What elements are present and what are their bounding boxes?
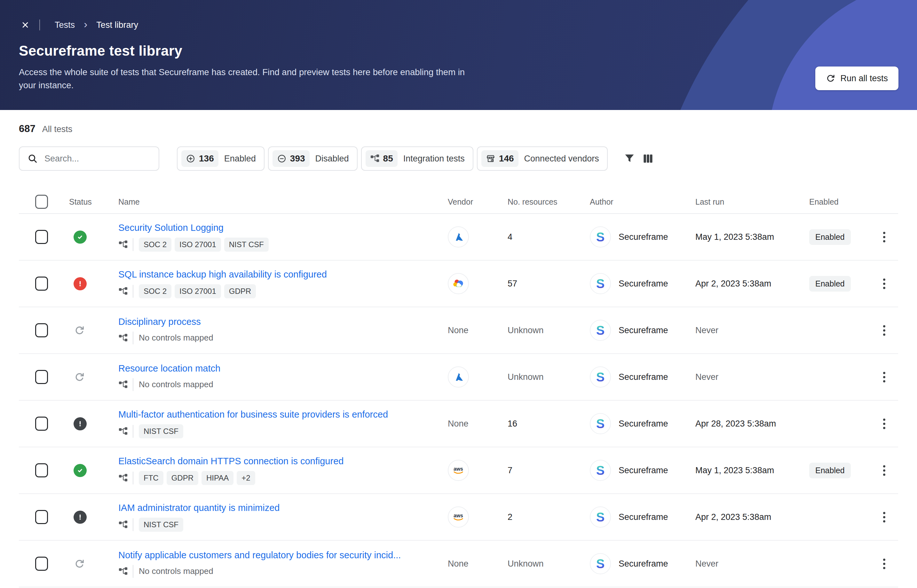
- secureframe-avatar: S: [590, 460, 611, 481]
- columns-button[interactable]: [639, 149, 657, 168]
- test-name-link[interactable]: SQL instance backup high availability is…: [118, 269, 327, 280]
- pass-status-icon: [74, 464, 87, 477]
- disabled-count: 393: [290, 153, 305, 164]
- row-checkbox[interactable]: [35, 557, 48, 571]
- total-count-label: All tests: [42, 124, 73, 134]
- no-controls-label: No controls mapped: [139, 333, 213, 343]
- no-controls-label: No controls mapped: [139, 380, 213, 389]
- meta-divider: [133, 238, 133, 251]
- framework-badges: No controls mapped: [139, 333, 213, 343]
- last-run: May 1, 2023 5:38am: [695, 465, 774, 475]
- test-name-link[interactable]: Multi-factor authentication for business…: [118, 409, 388, 420]
- row-checkbox[interactable]: [35, 370, 48, 384]
- page-title: Secureframe test library: [19, 43, 917, 59]
- filter-button[interactable]: [620, 149, 639, 168]
- row-menu-button[interactable]: [879, 368, 889, 386]
- last-run: May 1, 2023 5:38am: [695, 232, 774, 242]
- run-all-tests-button[interactable]: Run all tests: [815, 66, 898, 90]
- secureframe-logo-icon: S: [596, 417, 605, 430]
- vendors-count: 146: [499, 153, 514, 164]
- test-name-link[interactable]: Security Solution Logging: [118, 223, 223, 233]
- filter-chip-integration-tests[interactable]: 85 Integration tests: [361, 147, 473, 171]
- table-row: SQL instance backup high availability is…: [19, 260, 898, 307]
- framework-badge: FTC: [139, 471, 163, 485]
- framework-badge: SOC 2: [139, 237, 171, 252]
- row-menu-button[interactable]: [879, 508, 889, 526]
- resource-count: 16: [508, 419, 517, 429]
- integration-icon: [118, 286, 128, 296]
- author-name: Secureframe: [619, 559, 668, 569]
- row-menu-button[interactable]: [879, 275, 889, 293]
- row-checkbox[interactable]: [35, 323, 48, 337]
- integration-chip-label: Integration tests: [403, 154, 465, 164]
- filter-chip-enabled[interactable]: 136 Enabled: [177, 147, 265, 171]
- framework-badge: GDPR: [167, 471, 198, 485]
- total-count: 687: [19, 123, 36, 135]
- test-name-link[interactable]: IAM administrator quantity is minimized: [118, 502, 280, 513]
- resource-count: Unknown: [508, 559, 544, 569]
- table-row: Multi-factor authentication for business…: [19, 401, 898, 447]
- meta-divider: [133, 565, 133, 578]
- framework-badges: SOC 2ISO 27001GDPR: [139, 284, 259, 298]
- test-meta: No controls mapped: [118, 565, 213, 578]
- secureframe-logo-icon: S: [596, 557, 605, 570]
- row-menu-button[interactable]: [879, 415, 889, 433]
- run-all-tests-label: Run all tests: [840, 74, 888, 84]
- secureframe-avatar: S: [590, 273, 611, 294]
- select-all-checkbox[interactable]: [35, 195, 48, 209]
- meta-divider: [133, 472, 133, 485]
- breadcrumb-test-library[interactable]: Test library: [96, 20, 138, 30]
- secureframe-logo-icon: S: [596, 324, 605, 337]
- vendor-none-label: None: [448, 419, 469, 429]
- breadcrumb-tests[interactable]: Tests: [55, 20, 75, 30]
- table-row: Notify applicable customers and regulato…: [19, 541, 898, 587]
- row-checkbox[interactable]: [35, 417, 48, 431]
- row-checkbox[interactable]: [35, 276, 48, 291]
- meta-divider: [133, 331, 133, 344]
- azure-logo: [448, 226, 469, 247]
- search-input[interactable]: [44, 153, 141, 164]
- filter-chip-connected-vendors[interactable]: 146 Connected vendors: [477, 147, 608, 171]
- test-meta: No controls mapped: [118, 378, 213, 391]
- column-header-name: Name: [110, 197, 445, 207]
- integration-icon: [118, 473, 128, 483]
- row-menu-button[interactable]: [879, 321, 889, 339]
- framework-badge: GDPR: [224, 284, 256, 298]
- secureframe-avatar: S: [590, 413, 611, 434]
- table-row: IAM administrator quantity is minimized …: [19, 494, 898, 541]
- test-name-link[interactable]: Disciplinary process: [118, 317, 201, 327]
- last-run: Apr 2, 2023 5:38am: [695, 279, 771, 289]
- test-meta: No controls mapped: [118, 331, 213, 344]
- refresh-icon: [826, 74, 835, 83]
- row-menu-button[interactable]: [879, 461, 889, 480]
- row-menu-button[interactable]: [879, 555, 889, 573]
- secureframe-logo-icon: S: [596, 277, 605, 290]
- close-button[interactable]: [19, 19, 32, 31]
- author-name: Secureframe: [619, 232, 668, 242]
- resource-count: 57: [508, 279, 517, 289]
- search-box: [19, 147, 159, 171]
- framework-badges: SOC 2ISO 27001NIST CSF: [139, 237, 272, 252]
- row-menu-button[interactable]: [879, 228, 889, 246]
- framework-badge: NIST CSF: [224, 237, 268, 252]
- test-name-link[interactable]: Notify applicable customers and regulato…: [118, 550, 401, 561]
- author-name: Secureframe: [619, 465, 668, 475]
- secureframe-logo-icon: S: [596, 464, 605, 477]
- breadcrumb-divider: [39, 19, 40, 31]
- author-name: Secureframe: [619, 325, 668, 335]
- integration-icon: [118, 426, 128, 436]
- secureframe-test-library-page: Run all tests Tests › Test library Secur…: [0, 0, 917, 588]
- chevron-right-icon: ›: [84, 19, 87, 29]
- test-name-link[interactable]: Resource location match: [118, 363, 220, 374]
- close-icon: [21, 21, 30, 29]
- row-checkbox[interactable]: [35, 463, 48, 477]
- row-checkbox[interactable]: [35, 230, 48, 244]
- integration-icon: [118, 333, 128, 343]
- framework-badges: NIST CSF: [139, 424, 186, 438]
- test-name-link[interactable]: ElasticSearch domain HTTPS connection is…: [118, 456, 343, 467]
- pass-status-icon: [74, 231, 87, 244]
- meta-divider: [133, 518, 133, 531]
- framework-badge: ISO 27001: [175, 237, 221, 252]
- row-checkbox[interactable]: [35, 510, 48, 524]
- filter-chip-disabled[interactable]: 393 Disabled: [268, 147, 357, 171]
